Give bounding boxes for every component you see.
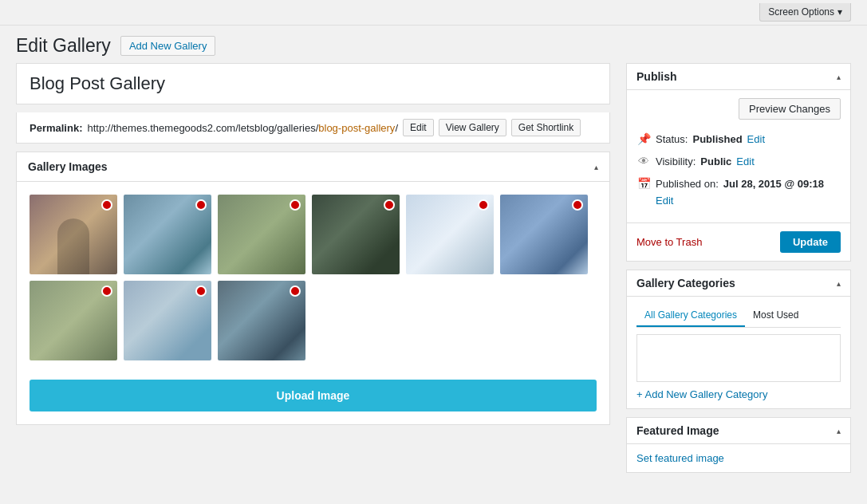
gallery-images-title: Gallery Images [28,160,108,173]
publish-panel: Publish Preview Changes 📌 Status: Publis… [626,63,851,262]
most-used-tab[interactable]: Most Used [745,305,806,327]
permalink-bar: Permalink: http://themes.themegoods2.com… [16,112,610,144]
all-gallery-categories-tab[interactable]: All Gallery Categories [636,305,745,327]
add-new-gallery-button[interactable]: Add New Gallery [120,36,216,56]
status-edit-link[interactable]: Edit [747,133,765,145]
remove-image-dot[interactable] [290,199,301,211]
publish-meta: 📌 Status: Published Edit 👁 Visibility: P… [636,128,841,210]
published-on-edit-link[interactable]: Edit [656,195,673,207]
status-label: Status: [656,133,688,145]
featured-image-toggle[interactable] [837,427,841,435]
remove-image-dot[interactable] [572,199,583,211]
chevron-up-icon [837,427,841,435]
publish-footer: Move to Trash Update [627,222,850,261]
featured-image-header: Featured Image [627,418,850,444]
pin-icon: 📌 [636,132,651,146]
publish-panel-title: Publish [636,70,677,83]
gallery-images-toggle[interactable] [594,163,598,171]
gallery-categories-body: All Gallery Categories Most Used + Add N… [627,297,850,408]
visibility-value: Public [700,156,731,167]
move-to-trash-link[interactable]: Move to Trash [636,236,702,248]
gallery-categories-title: Gallery Categories [636,277,735,289]
chevron-up-icon [837,73,841,81]
permalink-edit-button[interactable]: Edit [403,119,434,136]
chevron-down-icon [837,6,842,18]
featured-image-panel: Featured Image Set featured image [626,417,851,473]
top-bar: Screen Options [0,0,867,26]
gallery-thumb[interactable] [124,281,211,360]
visibility-label: Visibility: [656,156,696,167]
remove-image-dot[interactable] [290,285,301,297]
gallery-thumb[interactable] [218,281,305,360]
main-layout: Permalink: http://themes.themegoods2.com… [0,63,867,497]
visibility-row: 👁 Visibility: Public Edit [636,150,841,172]
upload-image-button[interactable]: Upload Image [30,380,597,411]
permalink-label: Permalink: [30,122,82,134]
status-value: Published [692,133,742,145]
published-on-label: Published on: [656,178,719,190]
gallery-categories-header: Gallery Categories [627,270,850,297]
gallery-thumb[interactable] [30,281,117,360]
post-title-input[interactable] [30,73,597,94]
publish-panel-toggle[interactable] [837,73,841,81]
screen-options-button[interactable]: Screen Options [759,3,851,22]
add-new-category-link[interactable]: + Add New Gallery Category [636,388,767,400]
page-title: Edit Gallery [16,35,111,57]
gallery-thumb[interactable] [312,195,400,274]
remove-image-dot[interactable] [384,199,395,211]
category-list-area [636,334,841,382]
remove-image-dot[interactable] [195,199,207,211]
gallery-thumb[interactable] [406,195,494,274]
update-button[interactable]: Update [780,231,841,253]
remove-image-dot[interactable] [195,285,207,297]
publish-panel-header: Publish [627,64,850,90]
preview-changes-button[interactable]: Preview Changes [739,98,841,120]
gallery-thumb[interactable] [218,195,305,274]
right-column: Publish Preview Changes 📌 Status: Publis… [626,63,851,481]
remove-image-dot[interactable] [101,199,112,211]
gallery-categories-toggle[interactable] [837,279,841,288]
featured-image-body: Set featured image [627,444,850,472]
get-shortlink-button[interactable]: Get Shortlink [511,119,581,136]
view-gallery-button[interactable]: View Gallery [439,119,506,136]
chevron-up-icon [837,279,841,288]
set-featured-image-link[interactable]: Set featured image [636,452,724,464]
featured-image-title: Featured Image [636,424,719,437]
page-header: Edit Gallery Add New Gallery [0,26,867,63]
gallery-images-panel-header: Gallery Images [17,152,609,182]
eye-icon: 👁 [636,154,651,168]
published-on-value: Jul 28, 2015 @ 09:18 [723,178,824,190]
permalink-base: http://themes.themegoods2.com/letsblog/g… [87,122,398,134]
remove-image-dot[interactable] [478,199,489,211]
calendar-icon: 📅 [636,176,651,191]
gallery-grid [17,182,609,373]
chevron-up-icon [594,163,598,171]
published-on-row: 📅 Published on: Jul 28, 2015 @ 09:18 [636,172,841,195]
status-row: 📌 Status: Published Edit [636,128,841,150]
category-tabs: All Gallery Categories Most Used [636,305,841,328]
gallery-thumb[interactable] [30,195,117,274]
screen-options-label: Screen Options [768,6,834,18]
remove-image-dot[interactable] [101,285,112,297]
post-title-box [16,63,610,104]
left-column: Permalink: http://themes.themegoods2.com… [16,63,610,481]
gallery-thumb[interactable] [500,195,588,274]
publish-panel-body: Preview Changes 📌 Status: Published Edit… [627,90,850,218]
gallery-images-panel: Gallery Images [16,152,610,425]
permalink-slug: blog-post-gallery [318,122,395,134]
visibility-edit-link[interactable]: Edit [736,156,754,167]
gallery-categories-panel: Gallery Categories All Gallery Categorie… [626,270,851,409]
gallery-thumb[interactable] [124,195,211,274]
